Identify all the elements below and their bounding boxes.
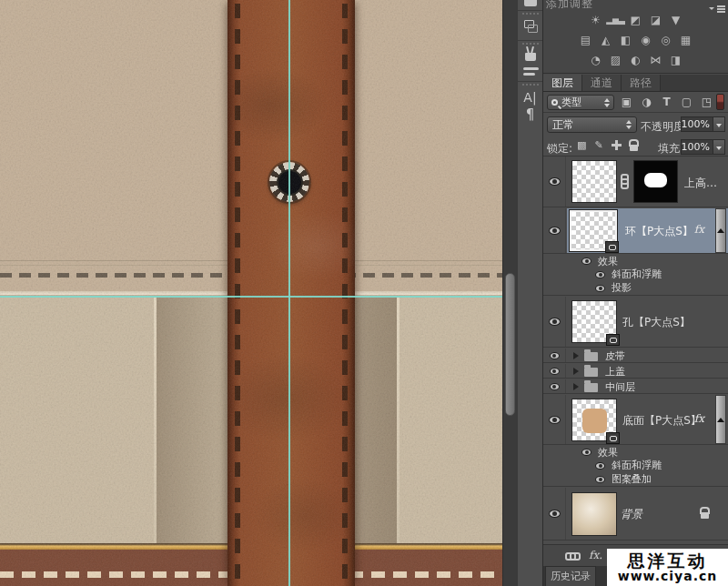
visibility-eye-icon[interactable] (549, 416, 561, 424)
visibility-eye-icon[interactable] (595, 462, 605, 470)
add-layer-style-icon[interactable]: fx. (589, 549, 602, 561)
brush-presets-panel-icon[interactable] (525, 53, 536, 61)
brightness-contrast-icon[interactable]: ☀ (589, 14, 603, 26)
group-row-cover[interactable]: 上盖 (543, 364, 728, 379)
layer-thumbnail[interactable] (571, 300, 617, 343)
tool-presets-panel-icon[interactable] (523, 67, 539, 78)
opacity-value[interactable]: 100% (681, 116, 713, 132)
expand-triangle-icon[interactable] (573, 368, 582, 375)
visibility-eye-icon[interactable] (595, 476, 605, 483)
group-name[interactable]: 中间层 (605, 380, 635, 394)
tab-history[interactable]: 历史记录 (545, 566, 596, 586)
document-canvas[interactable] (0, 0, 502, 586)
effect-item-row[interactable]: 投影 (543, 281, 728, 296)
layer-row-background[interactable]: 背景 (543, 488, 728, 541)
expand-triangle-icon[interactable] (573, 383, 582, 390)
layer-thumbnail[interactable] (570, 210, 617, 251)
panel-menu-icon[interactable] (709, 4, 725, 15)
layer-row-ring-selected[interactable]: 环【P大点S】 fx (543, 208, 728, 254)
filter-shape-layers-icon[interactable]: ▢ (680, 95, 693, 109)
visibility-eye-icon[interactable] (595, 271, 605, 278)
lock-pixels-icon[interactable]: ✎ (594, 139, 602, 151)
layer-filtering-toggle[interactable] (716, 94, 724, 110)
visibility-eye-icon[interactable] (550, 383, 560, 390)
watermark-brand: 思洋互动 (628, 551, 708, 570)
vibrance-icon[interactable]: ▼ (669, 14, 683, 26)
layer-row-top-mask[interactable]: 上高… (543, 157, 728, 207)
group-row-middle[interactable]: 中间层 (543, 379, 728, 394)
fx-badge[interactable]: fx (694, 223, 704, 236)
visibility-eye-icon[interactable] (549, 177, 561, 186)
visibility-eye-icon[interactable] (581, 449, 592, 456)
link-layers-icon[interactable] (565, 552, 581, 561)
effects-header-row[interactable]: 效果 (543, 255, 728, 268)
expand-triangle-icon[interactable] (573, 352, 582, 359)
visibility-eye-icon[interactable] (549, 227, 561, 235)
horizontal-guide[interactable] (0, 296, 502, 298)
layer-mask-thumbnail[interactable] (633, 160, 678, 203)
filter-type-layers-icon[interactable]: T (660, 95, 673, 109)
threshold-icon[interactable]: ◐ (629, 54, 643, 66)
collapse-effects-bar[interactable] (715, 395, 726, 444)
lock-transparency-icon[interactable]: ▩ (577, 139, 586, 151)
fill-value[interactable]: 100% (681, 139, 713, 155)
layer-row-bottom-face[interactable]: 底面【P大点S】 fx (543, 395, 728, 445)
layer-name[interactable]: 底面【P大点S】 (622, 413, 702, 429)
group-name[interactable]: 上盖 (605, 365, 625, 379)
gradient-map-icon[interactable]: ⋈ (649, 54, 663, 66)
layer-name[interactable]: 背景 (621, 507, 642, 522)
layer-thumbnail[interactable] (571, 160, 617, 203)
group-row-belt[interactable]: 皮带 (543, 349, 728, 363)
visibility-eye-icon[interactable] (549, 510, 561, 518)
photo-filter-icon[interactable]: ◉ (639, 34, 653, 46)
mask-link-icon[interactable] (621, 174, 629, 189)
invert-icon[interactable]: ◔ (589, 54, 603, 66)
vertical-guide[interactable] (288, 0, 290, 586)
black-white-icon[interactable]: ◧ (619, 34, 633, 46)
effect-item-row[interactable]: 图案叠加 (543, 472, 728, 487)
visibility-eye-icon[interactable] (581, 258, 592, 265)
opacity-dropdown-button[interactable] (713, 116, 725, 132)
visibility-eye-icon[interactable] (550, 352, 560, 359)
fx-badge[interactable]: fx (694, 412, 704, 425)
visibility-eye-icon[interactable] (550, 368, 560, 375)
collapse-effects-bar[interactable] (715, 208, 726, 253)
filter-smart-objects-icon[interactable]: ◳ (700, 95, 713, 109)
color-balance-icon[interactable]: ◭ (599, 34, 613, 46)
curves-icon[interactable]: ◩ (629, 14, 643, 26)
lock-position-icon[interactable] (612, 140, 622, 150)
layer-name[interactable]: 上高… (684, 176, 717, 191)
visibility-eye-icon[interactable] (549, 318, 561, 326)
paragraph-panel-icon[interactable]: ¶ (518, 106, 542, 123)
layer-row-hole[interactable]: 孔【P大点S】 (543, 297, 728, 348)
levels-icon[interactable]: ▂▅▃ (609, 14, 623, 26)
effect-item-row[interactable]: 斜面和浮雕 (543, 459, 728, 472)
tab-paths[interactable]: 路径 (622, 75, 661, 91)
filter-type-dropdown[interactable]: 类型 (547, 95, 614, 110)
scrollbar-thumb[interactable] (505, 273, 515, 416)
filter-adjustment-layers-icon[interactable]: ◑ (640, 95, 653, 109)
character-panel-icon[interactable]: A| (518, 89, 542, 106)
blend-mode-select[interactable]: 正常 (547, 116, 637, 133)
group-name[interactable]: 皮带 (605, 349, 625, 363)
clipped-panel-icon[interactable] (524, 0, 537, 6)
tab-channels[interactable]: 通道 (582, 75, 622, 91)
layer-name[interactable]: 环【P大点S】 (625, 224, 693, 239)
color-lookup-icon[interactable]: ▦ (679, 34, 693, 46)
layer-name[interactable]: 孔【P大点S】 (622, 315, 691, 330)
canvas-vertical-scrollbar[interactable] (502, 0, 517, 586)
effect-item-row[interactable]: 斜面和浮雕 (543, 268, 728, 281)
layer-thumbnail[interactable] (571, 399, 617, 441)
fill-dropdown-button[interactable] (713, 139, 725, 155)
visibility-eye-icon[interactable] (595, 285, 605, 292)
filter-pixel-layers-icon[interactable]: ▣ (620, 95, 633, 109)
layer-thumbnail[interactable] (571, 492, 617, 536)
hue-saturation-icon[interactable]: ▤ (579, 34, 593, 46)
selective-color-icon[interactable]: ◨ (669, 54, 683, 66)
posterize-icon[interactable]: ▨ (609, 54, 623, 66)
channel-mixer-icon[interactable]: ◎ (659, 34, 673, 46)
effects-header-row[interactable]: 效果 (543, 446, 728, 459)
tab-layers[interactable]: 图层 (543, 75, 582, 91)
exposure-icon[interactable]: ◪ (649, 14, 663, 26)
lock-all-icon[interactable] (630, 145, 638, 151)
